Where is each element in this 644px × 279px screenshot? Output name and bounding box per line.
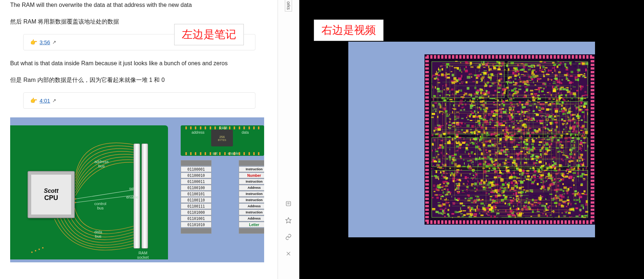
svg-rect-2607 [460,83,460,84]
svg-rect-802 [485,102,487,103]
svg-rect-2409 [522,170,525,172]
annotation-left: 左边是笔记 [174,24,244,45]
svg-rect-1130 [517,111,520,113]
svg-rect-316 [475,172,476,173]
svg-rect-1364 [475,128,477,129]
timestamp-link[interactable]: 3:56 [40,39,50,45]
svg-rect-1048 [447,198,450,201]
svg-rect-45 [456,55,458,59]
svg-rect-1983 [459,69,461,71]
svg-rect-2640 [531,139,533,140]
svg-rect-1885 [528,204,529,205]
svg-rect-2417 [524,91,526,93]
svg-rect-2632 [488,204,491,207]
svg-rect-1267 [478,164,479,167]
svg-rect-1695 [465,70,468,71]
svg-rect-1919 [493,102,495,103]
svg-rect-656 [434,109,437,110]
svg-rect-1036 [433,109,434,112]
svg-rect-154 [554,220,556,224]
sidebar-tab[interactable]: orks [285,0,292,12]
svg-rect-1185 [485,138,489,140]
svg-rect-77 [485,55,487,59]
svg-rect-100 [591,133,594,135]
svg-rect-630 [562,212,563,213]
star-icon[interactable] [285,217,292,224]
svg-rect-1632 [518,129,522,131]
svg-rect-2716 [535,155,538,157]
svg-rect-403 [480,74,482,75]
outline-icon[interactable] [285,200,292,207]
svg-rect-2781 [480,146,482,149]
svg-rect-2703 [460,165,461,166]
link-icon[interactable] [285,233,292,241]
video-pane[interactable] [299,0,644,279]
svg-rect-733 [487,71,488,74]
svg-rect-1238 [487,168,489,169]
svg-rect-997 [570,156,572,158]
svg-rect-1148 [507,82,508,84]
svg-rect-1954 [534,84,536,86]
svg-rect-1509 [535,97,537,99]
svg-rect-1811 [490,137,493,138]
svg-rect-1988 [584,121,586,122]
svg-rect-1373 [499,108,502,110]
svg-rect-1987 [438,75,440,76]
svg-rect-64 [591,100,594,102]
svg-rect-2742 [432,208,435,209]
svg-rect-2158 [567,112,570,114]
svg-rect-2796 [476,196,479,197]
svg-rect-2382 [458,216,460,217]
svg-rect-2289 [476,81,478,83]
svg-rect-2707 [472,178,473,180]
svg-rect-79 [425,114,429,117]
svg-rect-2372 [532,146,534,149]
svg-rect-974 [555,195,556,197]
addr-cell: 01100110 [181,197,212,203]
data-column: ⋮ InstructionNumberInstructionAddressIns… [239,160,264,234]
svg-rect-2438 [564,74,567,76]
svg-rect-2348 [577,176,579,178]
svg-rect-2114 [477,67,480,68]
svg-rect-2386 [499,163,501,166]
svg-rect-2205 [469,73,472,75]
svg-rect-2543 [476,177,479,179]
svg-rect-2762 [557,66,558,68]
svg-rect-2325 [562,110,565,113]
svg-rect-2497 [456,116,459,118]
svg-rect-2725 [578,97,580,99]
close-icon[interactable] [285,250,292,257]
timestamp-link[interactable]: 4:01 [40,97,50,104]
svg-rect-633 [575,216,579,217]
svg-rect-484 [465,66,467,68]
svg-rect-2700 [493,119,495,120]
svg-rect-1710 [586,132,587,134]
svg-rect-2273 [462,80,463,81]
svg-rect-159 [425,187,429,189]
data-cell: Instruction [239,197,264,203]
svg-rect-548 [465,101,467,103]
svg-rect-2618 [538,144,541,146]
svg-rect-642 [503,162,503,163]
svg-rect-1865 [495,171,497,173]
svg-rect-179 [425,205,429,207]
svg-rect-1438 [576,90,578,91]
svg-rect-2086 [437,72,439,73]
timestamp-card-2[interactable]: 👉 4:01 ↗ [23,92,255,109]
svg-rect-2748 [450,174,451,176]
svg-rect-2416 [442,162,443,165]
svg-rect-1608 [579,109,581,111]
svg-rect-2374 [481,179,483,182]
svg-rect-446 [516,102,518,104]
svg-rect-1524 [547,178,548,180]
svg-rect-2118 [562,173,564,174]
svg-rect-1033 [480,203,484,205]
svg-rect-2234 [551,79,552,81]
svg-rect-2649 [474,153,476,155]
svg-rect-52 [591,89,594,91]
svg-rect-6 [286,201,291,206]
svg-rect-976 [485,149,487,151]
svg-rect-1666 [471,162,472,163]
addr-cell: 01101001 [181,216,212,221]
svg-rect-2304 [569,217,571,217]
